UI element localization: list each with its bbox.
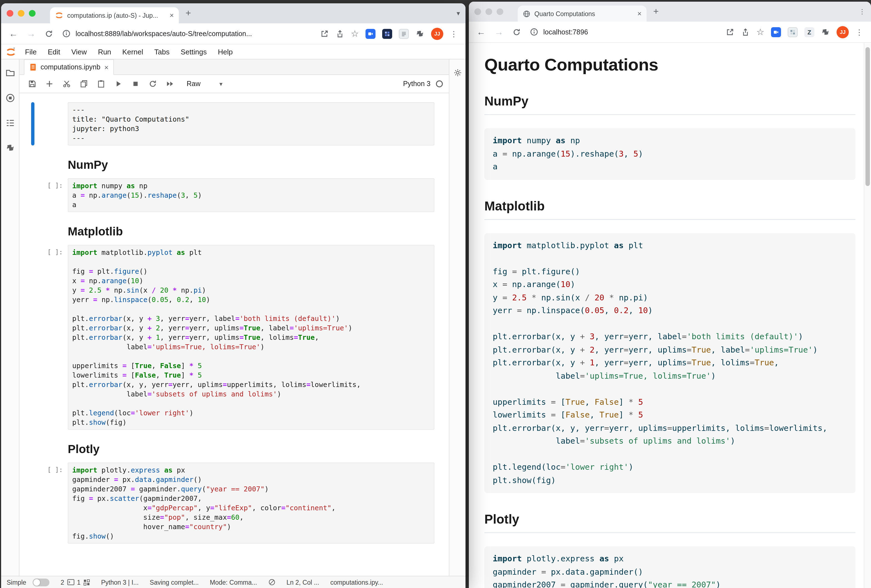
browser-tab-quarto[interactable]: Quarto Computations × [518, 6, 647, 22]
run-all-cells-button[interactable] [163, 77, 177, 91]
raw-cell-editor[interactable]: --- title: "Quarto Computations" jupyter… [68, 102, 434, 145]
bookmark-star-icon[interactable]: ☆ [756, 27, 764, 36]
extension-icon-2[interactable] [382, 28, 392, 39]
cursor-position[interactable]: Ln 2, Col ... [287, 579, 319, 585]
run-cell-button[interactable] [111, 77, 125, 91]
tab-search-chevron-icon[interactable]: ▾ [456, 9, 460, 17]
code-cell-editor[interactable]: import matplotlib.pyplot as plt fig = pl… [68, 245, 434, 430]
document-title: Quarto Computations [484, 55, 855, 75]
notebook-tab-title: computations.ipynb [40, 63, 100, 71]
cell-collapser [31, 245, 34, 430]
document-tab-bar: computations.ipynb × [19, 60, 449, 75]
copy-cells-button[interactable] [77, 77, 91, 91]
menu-view[interactable]: View [66, 48, 93, 56]
file-browser-icon[interactable] [5, 68, 15, 78]
menu-tabs[interactable]: Tabs [149, 48, 175, 56]
fullscreen-window-button[interactable] [29, 10, 36, 16]
extension-manager-icon[interactable] [5, 143, 15, 153]
site-info-icon[interactable] [62, 30, 70, 38]
menu-help[interactable]: Help [212, 48, 238, 56]
share-icon[interactable] [741, 27, 750, 36]
add-cell-button[interactable] [42, 77, 56, 91]
tab-search-chevron-icon[interactable]: ⋮ [859, 8, 865, 16]
menu-file[interactable]: File [19, 48, 42, 56]
menu-edit[interactable]: Edit [42, 48, 66, 56]
close-window-button[interactable] [7, 10, 13, 16]
section-heading: Plotly [484, 512, 855, 533]
forward-button[interactable]: → [27, 29, 36, 38]
simple-mode-toggle[interactable] [33, 578, 49, 586]
property-inspector-gear-icon[interactable] [453, 68, 462, 576]
back-button[interactable]: ← [477, 27, 485, 36]
extensions-puzzle-icon[interactable] [821, 27, 830, 36]
restart-kernel-button[interactable] [145, 77, 159, 91]
notifications-icon[interactable] [268, 579, 275, 586]
markdown-cell[interactable]: Matplotlib [19, 217, 449, 244]
site-info-icon[interactable] [530, 28, 538, 36]
new-tab-button[interactable]: + [186, 8, 191, 19]
share-icon[interactable] [335, 29, 344, 38]
section-matplotlib: Matplotlib import matplotlib.pyplot as p… [484, 198, 855, 493]
browser-tab-jupyter[interactable]: computations.ip (auto-S) - Jup... × [50, 7, 179, 23]
table-of-contents-icon[interactable] [5, 118, 15, 128]
menu-settings[interactable]: Settings [175, 48, 212, 56]
kernel-name[interactable]: Python 3 [403, 80, 431, 88]
tab-title: Quarto Computations [534, 10, 633, 17]
right-browser-toolbar: ← → localhost:7896 ☆ [469, 22, 871, 43]
markdown-cell[interactable]: NumPy [19, 151, 449, 177]
minimize-window-button[interactable] [485, 8, 492, 15]
scrollbar-thumb[interactable] [865, 47, 870, 186]
active-cell-indicator[interactable] [31, 102, 34, 145]
cell-type-dropdown[interactable]: Raw ▾ [187, 80, 223, 88]
globe-favicon-icon [523, 10, 530, 18]
code-cell-editor[interactable]: import numpy as np a = np.arange(15).res… [68, 178, 434, 212]
open-in-new-icon[interactable] [725, 27, 734, 36]
close-window-button[interactable] [474, 8, 481, 15]
cut-cells-button[interactable] [60, 77, 73, 91]
extension-icon-1[interactable] [771, 27, 781, 37]
interrupt-kernel-button[interactable] [128, 77, 142, 91]
bookmark-star-icon[interactable]: ☆ [351, 29, 359, 38]
browser-menu-icon[interactable]: ⋮ [450, 29, 458, 38]
menu-run[interactable]: Run [93, 48, 117, 56]
open-in-new-icon[interactable] [320, 29, 329, 38]
paste-cells-button[interactable] [94, 77, 108, 91]
profile-avatar[interactable]: JJ [837, 26, 849, 38]
extension-icon-3[interactable] [399, 28, 409, 39]
kernel-status-icon[interactable] [436, 80, 443, 88]
browser-menu-icon[interactable]: ⋮ [855, 27, 863, 36]
terminals-count[interactable]: 2 1 [61, 579, 90, 585]
save-button[interactable] [25, 77, 39, 91]
page-scrollbar[interactable] [864, 43, 871, 588]
back-button[interactable]: ← [9, 29, 18, 38]
forward-button[interactable]: → [494, 27, 503, 36]
minimize-window-button[interactable] [18, 10, 24, 16]
jupyterlab-right-sidebar [449, 60, 465, 576]
section-heading: NumPy [484, 94, 855, 115]
jupyterlab-menu-bar: File Edit View Run Kernel Tabs Settings … [1, 45, 465, 60]
notebook-tab[interactable]: computations.ipynb × [24, 60, 114, 75]
command-mode-status[interactable]: Mode: Comma... [210, 579, 257, 585]
section-plotly: Plotly import plotly.express as px gapmi… [484, 512, 855, 588]
notebook-file-icon [30, 63, 37, 71]
jupyterlab-browser-window: computations.ip (auto-S) - Jup... × + ▾ … [1, 3, 465, 588]
running-kernels-icon[interactable] [5, 93, 15, 103]
reload-button[interactable] [45, 29, 53, 38]
code-cell-editor[interactable]: import plotly.express as px gapminder = … [68, 463, 434, 543]
menu-kernel[interactable]: Kernel [117, 48, 148, 56]
close-notebook-tab-icon[interactable]: × [104, 64, 108, 71]
address-bar[interactable]: localhost:7896 [530, 28, 588, 36]
zotero-extension-icon[interactable]: Z [804, 27, 814, 37]
close-tab-icon[interactable]: × [170, 12, 174, 19]
extension-icon-2[interactable] [788, 27, 798, 37]
new-tab-button[interactable]: + [653, 6, 659, 17]
close-tab-icon[interactable]: × [638, 10, 642, 17]
markdown-cell[interactable]: Plotly [19, 435, 449, 461]
reload-button[interactable] [512, 27, 521, 36]
extension-icon-1[interactable] [365, 28, 376, 39]
extensions-puzzle-icon[interactable] [416, 29, 424, 38]
fullscreen-window-button[interactable] [497, 8, 503, 15]
address-bar[interactable]: localhost:8889/lab/workspaces/auto-S/tre… [62, 30, 252, 38]
profile-avatar[interactable]: JJ [431, 27, 443, 40]
kernel-status-text[interactable]: Python 3 | I... [101, 579, 139, 585]
